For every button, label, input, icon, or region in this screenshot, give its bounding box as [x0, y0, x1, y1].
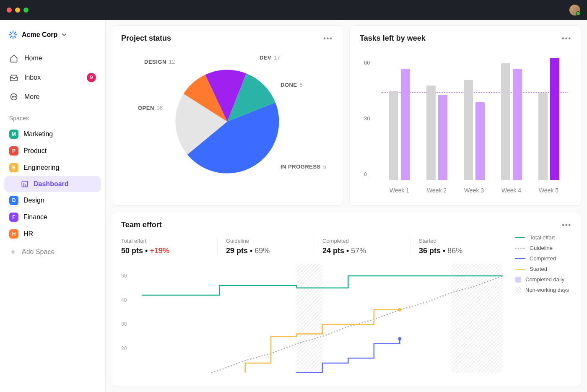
pie-label-in-progress: IN PROGRESS 5	[281, 164, 326, 170]
inbox-badge: 9	[87, 73, 96, 82]
svg-point-10	[13, 96, 14, 97]
x-tick-label: Week 1	[390, 187, 409, 194]
team-effort-more-button[interactable]: •••	[562, 221, 571, 229]
team-effort-legend: Total effortGuidelineCompletedStartedCom…	[507, 233, 571, 373]
space-icon: M	[9, 130, 18, 139]
tasks-left-title: Tasks left by week	[360, 34, 426, 43]
project-status-more-button[interactable]: •••	[323, 35, 333, 42]
tasks-left-more-button[interactable]: •••	[562, 35, 571, 42]
space-icon: F	[9, 213, 18, 222]
nav-inbox[interactable]: Inbox 9	[4, 69, 101, 86]
nav-more-label: More	[24, 93, 39, 101]
legend-item: Total effort	[515, 234, 571, 241]
y-tick-label: 20	[121, 345, 127, 351]
tasks-left-chart: 03060 Week 1Week 2Week 3Week 4Week 5	[360, 46, 571, 197]
bar	[438, 95, 447, 180]
metric-label: Guideline	[226, 238, 305, 244]
space-icon: D	[9, 196, 18, 205]
space-item-hr[interactable]: HHR	[4, 226, 101, 242]
nav-home-label: Home	[24, 55, 42, 62]
sidebar-dashboard[interactable]: Dashboard	[4, 176, 101, 192]
svg-line-4	[10, 32, 12, 34]
svg-line-6	[10, 36, 12, 37]
svg-point-9	[12, 96, 13, 97]
legend-item: Started	[515, 266, 571, 272]
metric-label: Total effort	[121, 238, 209, 244]
space-item-design[interactable]: DDesign	[4, 192, 101, 209]
team-effort-card: Team effort ••• Total effort 50 pts • +1…	[111, 212, 582, 387]
line-endpoint	[398, 308, 401, 312]
space-item-marketing[interactable]: MMarketing	[4, 126, 101, 143]
bar	[426, 86, 436, 180]
tasks-left-card: Tasks left by week ••• 03060 Week 1Week …	[349, 25, 582, 206]
space-icon: H	[9, 229, 18, 239]
metric-label: Completed	[322, 238, 402, 244]
chevron-down-icon	[62, 32, 67, 37]
maximize-window-button[interactable]	[23, 8, 29, 13]
bar	[550, 58, 559, 180]
x-tick-label: Week 3	[464, 187, 484, 194]
pie-label-done: DONE 5	[281, 82, 303, 88]
non-working-band	[451, 264, 503, 373]
more-icon	[9, 92, 18, 101]
legend-item: Non-working days	[515, 287, 571, 293]
y-tick-label: 40	[121, 297, 127, 303]
project-status-card: Project status ••• OPEN 36DESIGN 12DEV 1…	[111, 25, 343, 206]
y-tick-label: 30	[364, 115, 370, 122]
sidebar: Acme Corp Home Inbox 9 More Spaces MMark…	[0, 20, 106, 392]
dashboard-icon	[21, 180, 29, 188]
svg-point-11	[15, 96, 16, 97]
bar-group	[426, 50, 447, 180]
space-item-product[interactable]: PProduct	[4, 143, 101, 159]
legend-item: Completed daily	[515, 276, 571, 283]
metric-total-effort: Total effort 50 pts • +19%	[121, 238, 218, 255]
svg-rect-12	[22, 181, 28, 187]
bar	[389, 91, 398, 180]
bar-group	[538, 50, 559, 180]
space-label: Marketing	[23, 130, 53, 138]
team-effort-chart: 20304050	[121, 264, 507, 373]
project-status-title: Project status	[121, 34, 171, 43]
bar	[464, 80, 473, 180]
legend-item: Completed	[515, 255, 571, 262]
space-label: Design	[23, 197, 44, 204]
space-icon: E	[9, 163, 18, 172]
nav-home[interactable]: Home	[4, 49, 101, 67]
bar-group	[464, 50, 485, 180]
window-controls	[7, 8, 29, 13]
bar-group	[389, 50, 410, 180]
pie-label-open: OPEN 36	[138, 105, 163, 111]
home-icon	[9, 54, 18, 63]
nav-inbox-label: Inbox	[24, 74, 41, 81]
metric-completed: Completed 24 pts • 57%	[314, 238, 410, 255]
plus-icon	[9, 248, 17, 256]
y-tick-label: 30	[121, 321, 127, 327]
add-space-button[interactable]: Add Space	[4, 244, 101, 260]
line-endpoint	[398, 337, 401, 340]
space-icon: P	[9, 146, 18, 156]
pie-label-design: DESIGN 12	[144, 59, 175, 65]
bar	[513, 69, 522, 180]
inbox-icon	[9, 73, 18, 82]
svg-line-5	[14, 36, 16, 37]
svg-line-7	[14, 32, 16, 34]
y-tick-label: 60	[364, 60, 370, 66]
minimize-window-button[interactable]	[15, 8, 20, 13]
nav-more[interactable]: More	[4, 88, 101, 106]
team-effort-title: Team effort	[121, 221, 162, 229]
bar	[501, 63, 510, 180]
workspace-logo-icon	[8, 30, 18, 39]
bar	[401, 69, 410, 180]
space-label: Engineering	[23, 164, 59, 171]
metric-started: Started 36 pts • 86%	[410, 238, 507, 255]
dashboard-label: Dashboard	[34, 180, 69, 188]
space-item-finance[interactable]: FFinance	[4, 209, 101, 226]
spaces-section-label: Spaces	[4, 107, 101, 124]
close-window-button[interactable]	[7, 8, 12, 13]
add-space-label: Add Space	[22, 248, 55, 256]
main-content: Project status ••• OPEN 36DESIGN 12DEV 1…	[106, 20, 587, 392]
avatar[interactable]	[569, 5, 580, 16]
space-item-engineering[interactable]: EEngineering	[4, 159, 101, 176]
workspace-switcher[interactable]: Acme Corp	[4, 27, 101, 43]
metric-guideline: Guideline 29 pts • 69%	[218, 238, 314, 255]
